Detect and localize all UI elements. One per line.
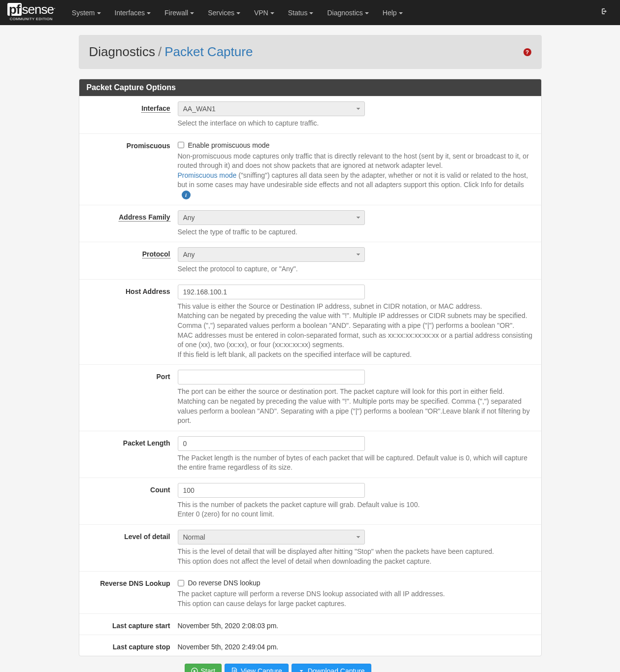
nav-diagnostics[interactable]: Diagnostics [320,1,375,24]
label-host: Host Address [79,285,178,360]
label-interface: Interface [141,104,170,113]
nav-firewall[interactable]: Firewall [158,1,201,24]
nav-system[interactable]: System [65,1,108,24]
breadcrumb-page[interactable]: Packet Capture [164,44,253,60]
panel-heading: Packet Capture Options [79,79,541,96]
file-icon [231,668,238,672]
last-start-value: November 5th, 2020 2:08:03 pm. [178,619,534,630]
options-panel: Packet Capture Options Interface AA_WAN1… [79,79,542,656]
promiscuous-checkbox-label[interactable]: Enable promiscuous mode [188,141,270,149]
promiscuous-checkbox[interactable] [178,142,184,148]
label-promiscuous: Promiscuous [79,139,178,200]
address-family-select[interactable]: Any [178,210,365,225]
label-count: Count [79,483,178,519]
label-packet-length: Packet Length [79,436,178,473]
help-protocol: Select the protocol to capture, or "Any"… [178,264,534,274]
top-navbar: pfsense. COMMUNITY EDITION System Interf… [0,0,620,25]
label-port: Port [79,370,178,425]
help-detail: This is the level of detail that will be… [178,547,534,566]
help-packet-length: The Packet length is the number of bytes… [178,453,534,473]
breadcrumb: Diagnostics / Packet Capture ? [79,35,542,69]
logo[interactable]: pfsense. COMMUNITY EDITION [7,3,55,21]
help-promiscuous: Non-promiscuous mode captures only traff… [178,152,534,200]
button-row: Start View Capture Download Capture [79,656,542,672]
play-circle-icon [191,668,198,672]
help-interface: Select the interface on which to capture… [178,119,534,128]
label-last-start: Last capture start [79,619,178,630]
download-capture-button[interactable]: Download Capture [292,664,371,672]
protocol-select[interactable]: Any [178,247,365,262]
help-icon[interactable]: ? [523,48,531,56]
label-reverse-dns: Reverse DNS Lookup [79,576,178,608]
nav-vpn[interactable]: VPN [247,1,281,24]
promiscuous-mode-link[interactable]: Promiscuous mode [178,171,237,179]
packet-length-input[interactable] [178,436,365,451]
info-icon[interactable]: i [182,191,191,199]
label-last-stop: Last capture stop [79,640,178,651]
label-detail: Level of detail [79,530,178,566]
breadcrumb-section[interactable]: Diagnostics [89,44,155,60]
help-port: The port can be either the source or des… [178,387,534,425]
port-input[interactable] [178,370,365,384]
nav-menu: System Interfaces Firewall Services VPN … [65,1,410,24]
host-address-input[interactable] [178,285,365,299]
label-protocol: Protocol [142,250,170,258]
nav-services[interactable]: Services [201,1,247,24]
detail-select[interactable]: Normal [178,530,365,544]
help-host: This value is either the Source or Desti… [178,302,534,360]
help-reverse-dns: The packet capture will perform a revers… [178,589,534,608]
help-count: This is the number of packets the packet… [178,500,534,519]
label-address-family: Address Family [119,213,170,222]
download-icon [298,668,305,672]
start-button[interactable]: Start [185,664,222,672]
count-input[interactable] [178,483,365,498]
nav-help[interactable]: Help [376,1,410,24]
nav-status[interactable]: Status [281,1,321,24]
help-address-family: Select the type of traffic to be capture… [178,227,534,237]
nav-interfaces[interactable]: Interfaces [108,1,158,24]
view-capture-button[interactable]: View Capture [225,664,289,672]
interface-select[interactable]: AA_WAN1 [178,101,365,116]
reverse-dns-checkbox[interactable] [178,580,184,586]
logout-icon[interactable] [595,7,613,18]
reverse-dns-checkbox-label[interactable]: Do reverse DNS lookup [188,579,261,587]
last-stop-value: November 5th, 2020 2:49:04 pm. [178,640,534,651]
